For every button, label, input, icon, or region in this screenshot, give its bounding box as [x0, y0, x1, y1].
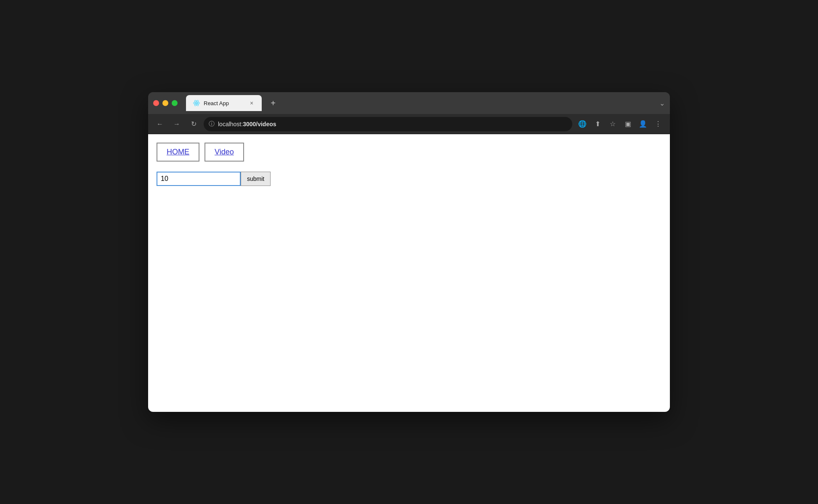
translate-icon: 🌐 — [578, 120, 587, 128]
share-button[interactable]: ⬆ — [591, 117, 604, 131]
sidebar-button[interactable]: ▣ — [621, 117, 635, 131]
reload-button[interactable]: ↻ — [187, 117, 200, 131]
maximize-button[interactable] — [172, 100, 178, 106]
address-host: localhost: — [218, 121, 243, 127]
minimize-button[interactable] — [162, 100, 168, 106]
new-tab-button[interactable]: + — [267, 97, 279, 109]
dropdown-arrow[interactable]: ⌄ — [659, 99, 665, 107]
home-nav-link[interactable]: HOME — [157, 143, 199, 162]
form-area: submit — [157, 172, 661, 186]
browser-tab[interactable]: React App × — [186, 95, 262, 111]
sidebar-icon: ▣ — [625, 120, 631, 128]
translate-button[interactable]: 🌐 — [576, 117, 589, 131]
tab-close-button[interactable]: × — [248, 100, 255, 106]
video-nav-link[interactable]: Video — [204, 143, 244, 162]
menu-icon: ⋮ — [655, 120, 661, 128]
address-text: localhost:3000/videos — [218, 121, 276, 127]
number-input[interactable] — [157, 172, 241, 186]
title-bar: React App × + ⌄ — [148, 92, 670, 114]
address-path: 3000/videos — [243, 121, 276, 127]
share-icon: ⬆ — [595, 120, 600, 128]
forward-button[interactable]: → — [170, 117, 183, 131]
web-content: HOME Video submit — [148, 134, 670, 412]
browser-window: React App × + ⌄ ← → ↻ ⓘ localhost:3000/v… — [148, 92, 670, 412]
svg-point-0 — [196, 102, 197, 104]
profile-button[interactable]: 👤 — [636, 117, 650, 131]
react-icon — [193, 99, 200, 107]
bookmark-button[interactable]: ☆ — [606, 117, 619, 131]
close-button[interactable] — [153, 100, 159, 106]
address-bar[interactable]: ⓘ localhost:3000/videos — [204, 117, 572, 131]
nav-actions: 🌐 ⬆ ☆ ▣ 👤 ⋮ — [576, 117, 665, 131]
security-info-icon: ⓘ — [209, 120, 215, 128]
tab-title: React App — [204, 100, 245, 106]
nav-bar: ← → ↻ ⓘ localhost:3000/videos 🌐 ⬆ ☆ ▣ 👤 — [148, 114, 670, 134]
submit-button[interactable]: submit — [241, 172, 271, 186]
back-button[interactable]: ← — [153, 117, 167, 131]
app-nav: HOME Video — [157, 143, 661, 162]
menu-button[interactable]: ⋮ — [651, 117, 665, 131]
profile-icon: 👤 — [639, 120, 647, 128]
bookmark-icon: ☆ — [610, 120, 616, 128]
traffic-lights — [153, 100, 178, 106]
